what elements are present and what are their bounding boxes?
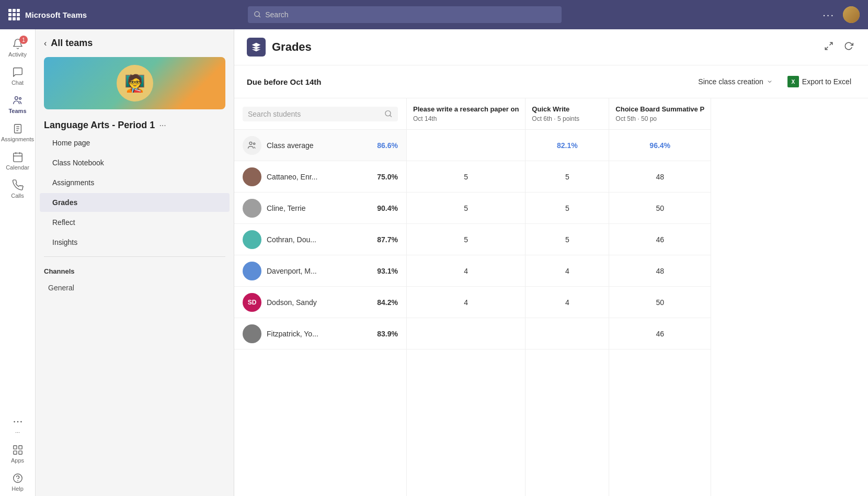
sidebar-item-teams[interactable]: Teams	[0, 90, 35, 118]
assignment-header-quickwrite: Quick Write Oct 6th · 5 points	[526, 98, 609, 130]
student-search[interactable]	[243, 107, 398, 121]
topbar-right: ···	[823, 6, 860, 23]
svg-rect-8	[13, 153, 22, 162]
chat-label: Chat	[12, 80, 24, 86]
refresh-button[interactable]	[842, 39, 855, 55]
svg-point-19	[13, 474, 22, 483]
assignment-cell-research-5[interactable]	[407, 318, 525, 350]
calendar-label: Calendar	[6, 164, 29, 171]
class-card[interactable]: 🧑‍🏫	[44, 57, 225, 109]
calls-icon	[12, 179, 24, 191]
export-excel-button[interactable]: X Export to Excel	[783, 74, 855, 89]
assignment-cell-qw-4[interactable]: 4	[526, 287, 609, 318]
assignment-cell-qw-3[interactable]: 4	[526, 255, 609, 287]
svg-point-24	[254, 143, 255, 144]
nav-item-assignments[interactable]: Assignments	[40, 173, 230, 192]
more-options-button[interactable]: ···	[823, 9, 835, 21]
student-row-cothran[interactable]: Cothran, Dou... 87.7%	[234, 224, 406, 255]
assignment-cell-cb-1[interactable]: 50	[609, 193, 711, 224]
expand-button[interactable]	[822, 39, 836, 55]
channels-section: Channels	[36, 261, 234, 279]
assignment-cell-research-0[interactable]: 5	[407, 161, 525, 193]
class-card-image: 🧑‍🏫	[44, 57, 225, 109]
assignment-header-research: Please write a research paper on Oct 14t…	[407, 98, 525, 130]
apps-icon	[12, 444, 24, 456]
app-title: Microsoft Teams	[25, 10, 87, 19]
nav-item-insights[interactable]: Insights	[40, 233, 230, 252]
assignment-cell-research-1[interactable]: 5	[407, 193, 525, 224]
grid-icon	[8, 9, 20, 20]
assignment-cell-cb-2[interactable]: 46	[609, 224, 711, 255]
sidebar-item-chat[interactable]: Chat	[0, 62, 35, 90]
svg-point-12	[14, 421, 15, 423]
main-content: Grades Due before Oct 14th Since class c…	[234, 29, 868, 496]
assignment-cell-qw-0[interactable]: 5	[526, 161, 609, 193]
search-icon	[254, 11, 261, 18]
app-logo: Microsoft Teams	[8, 9, 113, 20]
assignment-meta-research: Oct 14th	[413, 115, 519, 122]
class-avg-pct: 86.6%	[377, 141, 398, 150]
assignments-columns: Please write a research paper on Oct 14t…	[407, 98, 868, 496]
assignment-col-quickwrite: Quick Write Oct 6th · 5 points 82.1% 5 5…	[526, 98, 609, 496]
back-button[interactable]: ‹	[44, 39, 47, 48]
user-avatar[interactable]	[843, 6, 860, 23]
assignment-cell-research-3[interactable]: 4	[407, 255, 525, 287]
svg-line-22	[390, 115, 392, 117]
page-header-actions	[822, 39, 855, 55]
chat-icon	[12, 66, 24, 78]
student-row-cattaneo[interactable]: Cattaneo, Enr... 75.0%	[234, 161, 406, 193]
excel-icon: X	[787, 76, 799, 87]
search-bar[interactable]	[248, 6, 562, 23]
nav-item-homepage[interactable]: Home page	[40, 133, 230, 152]
svg-point-21	[385, 110, 391, 116]
since-class-creation-filter[interactable]: Since class creation	[694, 75, 777, 88]
grades-toolbar: Due before Oct 14th Since class creation…	[234, 65, 868, 98]
student-pct-davenport: 93.1%	[377, 267, 398, 275]
all-teams-title: All teams	[51, 38, 93, 49]
student-pct-cothran: 87.7%	[377, 235, 398, 244]
assignment-cell-qw-2[interactable]: 5	[526, 224, 609, 255]
assignment-cell-cb-4[interactable]: 50	[609, 287, 711, 318]
divider	[44, 256, 225, 257]
student-pct-dodson: 84.2%	[377, 298, 398, 307]
assignment-cell-cb-0[interactable]: 48	[609, 161, 711, 193]
sidebar-item-activity[interactable]: 1 Activity	[0, 33, 35, 62]
more-icon	[12, 415, 24, 428]
sidebar-item-calls[interactable]: Calls	[0, 175, 35, 203]
sidebar-item-more[interactable]: ···	[0, 411, 35, 439]
nav-item-reflect[interactable]: Reflect	[40, 213, 230, 232]
student-row-cline[interactable]: Cline, Terrie 90.4%	[234, 193, 406, 224]
sidebar-item-apps[interactable]: Apps	[0, 439, 35, 468]
sidebar-item-assignments[interactable]: Assignments	[0, 118, 35, 146]
sidebar-item-help[interactable]: Help	[0, 468, 35, 496]
assignment-cell-qw-1[interactable]: 5	[526, 193, 609, 224]
assignment-cell-research-2[interactable]: 5	[407, 224, 525, 255]
student-pct-cline: 90.4%	[377, 204, 398, 212]
student-row-dodson[interactable]: SD Dodson, Sandy 84.2%	[234, 287, 406, 318]
student-avatar-cattaneo	[243, 167, 261, 186]
assignment-cell-cb-5[interactable]: 46	[609, 318, 711, 350]
sidebar-item-calendar[interactable]: Calendar	[0, 146, 35, 175]
student-name-davenport: Davenport, M...	[267, 267, 372, 275]
assignment-cell-research-4[interactable]: 4	[407, 287, 525, 318]
search-input[interactable]	[265, 10, 555, 19]
channel-general[interactable]: General	[36, 279, 234, 296]
assignment-cell-qw-5[interactable]	[526, 318, 609, 350]
class-more-button[interactable]: ···	[159, 121, 166, 130]
student-avatar-fitzpatrick	[243, 324, 261, 343]
assignment-name-research: Please write a research paper on	[413, 105, 519, 114]
assignment-col-choiceboard: Choice Board Summative P Oct 5th · 50 po…	[609, 98, 711, 496]
nav-item-grades[interactable]: Grades	[40, 193, 230, 212]
calendar-icon	[12, 151, 24, 163]
assignment-cell-cb-3[interactable]: 48	[609, 255, 711, 287]
svg-rect-16	[18, 446, 21, 449]
assignment-header-choiceboard: Choice Board Summative P Oct 5th · 50 po	[609, 98, 711, 130]
svg-rect-18	[18, 451, 21, 454]
nav-item-classnotebook[interactable]: Class Notebook	[40, 153, 230, 172]
class-title-row: Language Arts - Period 1 ···	[36, 114, 234, 133]
student-row-davenport[interactable]: Davenport, M... 93.1%	[234, 255, 406, 287]
student-search-input[interactable]	[248, 110, 381, 118]
svg-point-14	[20, 421, 22, 423]
assignment-name-choiceboard: Choice Board Summative P	[615, 105, 704, 114]
student-row-fitzpatrick[interactable]: Fitzpatrick, Yo... 83.9%	[234, 318, 406, 350]
